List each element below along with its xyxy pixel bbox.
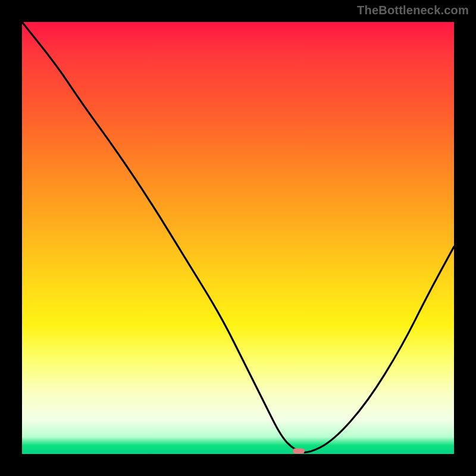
chart-frame: TheBottleneck.com — [0, 0, 476, 476]
plot-area — [22, 22, 454, 454]
curve-svg — [22, 22, 454, 454]
optimum-marker — [293, 448, 305, 453]
watermark-text: TheBottleneck.com — [357, 4, 469, 17]
bottleneck-curve — [22, 22, 454, 452]
